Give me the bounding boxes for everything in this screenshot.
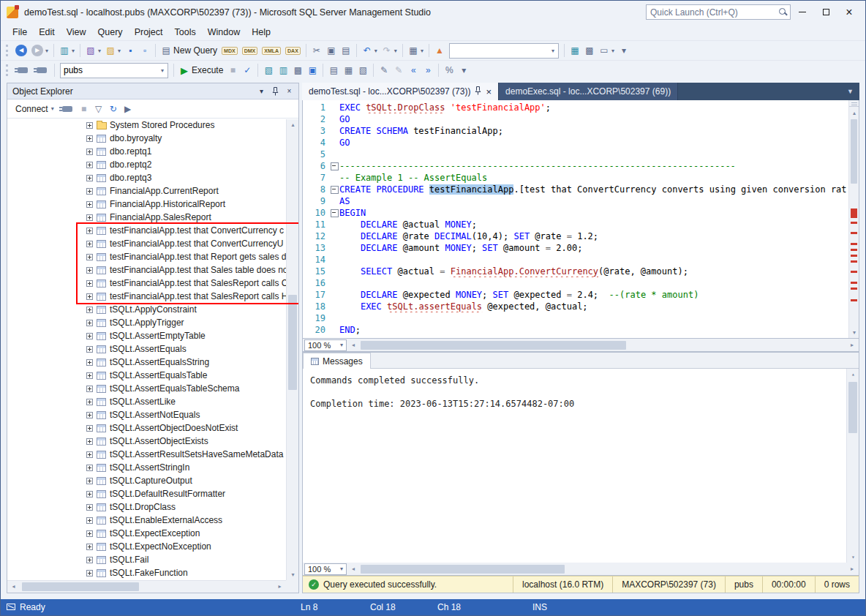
fold-collapse-icon[interactable] — [329, 184, 339, 195]
tree-item[interactable]: tSQLt.Fail — [7, 553, 298, 566]
tree-item[interactable]: tSQLt.FakeFunction — [7, 566, 298, 579]
tree-item[interactable]: tSQLt.CaptureOutput — [7, 474, 298, 487]
increase-indent-icon[interactable]: » — [421, 62, 435, 78]
code-line[interactable]: 1EXEC tSQLt.DropClass 'testFinancialApp'… — [303, 102, 848, 113]
expander-icon[interactable] — [86, 201, 93, 208]
tree-item[interactable]: tSQLt.ExpectNoException — [7, 540, 298, 553]
tab-messages[interactable]: Messages — [303, 353, 371, 369]
activity-monitor-icon[interactable]: ▥▾ — [57, 42, 77, 59]
tree-item[interactable]: System Stored Procedures — [7, 119, 298, 132]
expander-icon[interactable] — [86, 267, 93, 274]
code-line[interactable]: 12 DECLARE @rate DECIMAL(10,4); SET @rat… — [303, 230, 848, 242]
scrollbar-thumb[interactable] — [22, 582, 139, 591]
menu-tools[interactable]: Tools — [169, 25, 202, 40]
uncomment-icon[interactable]: ✎ — [391, 62, 406, 78]
tree-item[interactable]: dbo.byroyalty — [7, 132, 298, 145]
scroll-up-icon[interactable]: ▴ — [287, 119, 299, 130]
code-line[interactable]: 3CREATE SCHEMA testFinancialApp; — [303, 125, 848, 137]
menu-query[interactable]: Query — [92, 25, 129, 40]
expander-icon[interactable] — [86, 293, 93, 300]
change-connection-icon[interactable] — [32, 62, 51, 78]
intellisense-icon[interactable]: ▣ — [305, 62, 320, 78]
scrollbar-thumb[interactable] — [848, 382, 857, 433]
tree-item[interactable]: tSQLt.AssertObjectExists — [7, 435, 298, 448]
tree-item[interactable]: testFinancialApp.test that ConvertCurren… — [7, 224, 298, 237]
decrease-indent-icon[interactable]: « — [406, 62, 421, 78]
expander-icon[interactable] — [86, 557, 93, 563]
expander-icon[interactable] — [86, 188, 93, 195]
tree-item[interactable]: tSQLt.DefaultResultFormatter — [7, 487, 298, 500]
find-combobox-input[interactable] — [450, 45, 548, 56]
expander-icon[interactable] — [86, 412, 93, 418]
script-play-icon[interactable]: ▶ — [121, 101, 135, 117]
live-stats-icon[interactable]: ▥ — [276, 62, 290, 78]
scroll-down-icon[interactable]: ▾ — [287, 569, 299, 580]
tree-item[interactable]: tSQLt.AssertObjectDoesNotExist — [7, 421, 298, 435]
code-line[interactable]: 11 DECLARE @actual MONEY; — [303, 219, 848, 230]
code-line[interactable]: 6---------------------------------------… — [303, 160, 848, 172]
tree-item[interactable]: tSQLt.DropClass — [7, 500, 298, 514]
tree-item[interactable]: testFinancialApp.test that ConvertCurren… — [7, 237, 298, 250]
tree-item[interactable]: dbo.reptq3 — [7, 171, 298, 184]
table-designer-icon[interactable]: ▦ — [568, 42, 582, 59]
expander-icon[interactable] — [86, 517, 93, 524]
tree-item[interactable]: testFinancialApp.test that Report gets s… — [7, 250, 298, 263]
toolbar-grip[interactable] — [6, 64, 10, 76]
refresh-icon[interactable]: ↻ — [106, 101, 121, 117]
scroll-right-icon[interactable]: ▸ — [274, 581, 286, 592]
quick-launch[interactable] — [646, 4, 791, 20]
search-icon[interactable] — [777, 6, 790, 19]
pin-icon[interactable] — [269, 85, 282, 97]
object-explorer-horizontal-scrollbar[interactable]: ◂ ▸ — [7, 580, 286, 593]
close-panel-icon[interactable]: × — [283, 85, 295, 97]
messages-content[interactable]: Commands completed successfully. Complet… — [303, 369, 859, 563]
menu-project[interactable]: Project — [129, 25, 169, 40]
menu-window[interactable]: Window — [202, 25, 246, 40]
code-line[interactable]: 18 EXEC tSQLt.assertEquals @expected, @a… — [303, 301, 848, 312]
tree-item[interactable]: tSQLt.AssertResultSetsHaveSameMetaData — [7, 448, 298, 461]
disconnect-icon[interactable] — [58, 101, 77, 117]
document-tab[interactable]: demoTest.sql - loc...XCORP\502397 (73))× — [302, 83, 499, 100]
code-line[interactable]: 14 — [303, 254, 848, 266]
fold-collapse-icon[interactable] — [329, 207, 339, 219]
expander-icon[interactable] — [86, 241, 93, 247]
editor-vertical-scrollbar[interactable]: ▴ ▾ — [848, 100, 859, 338]
results-to-file-icon[interactable]: ▧ — [355, 62, 370, 78]
expander-icon[interactable] — [86, 135, 93, 142]
scroll-left-icon[interactable]: ◂ — [347, 339, 359, 351]
tree-item[interactable]: testFinancialApp.test that SalesReport c… — [7, 290, 298, 303]
splitter-handle-icon[interactable] — [849, 100, 859, 107]
database-combobox[interactable]: ▾ — [60, 63, 168, 78]
nav-forward-icon[interactable]: ▶▾ — [29, 42, 50, 59]
editor-zoom-combobox[interactable]: 100 % ▾ — [304, 339, 347, 351]
expander-icon[interactable] — [86, 359, 93, 366]
scroll-right-icon[interactable]: ▸ — [846, 563, 858, 575]
new-dax-query-icon[interactable]: DAX — [283, 42, 303, 59]
expander-icon[interactable] — [86, 425, 93, 432]
find-combobox[interactable]: ▾ — [449, 43, 559, 59]
toolbar-overflow-chevron[interactable]: ▾ — [617, 42, 631, 59]
editor-horizontal-scrollbar[interactable]: ◂ ▸ — [347, 339, 858, 351]
comment-icon[interactable]: ✎ — [377, 62, 391, 78]
scroll-up-icon[interactable]: ▴ — [849, 108, 859, 119]
tree-item[interactable]: tSQLt.AssertNotEquals — [7, 408, 298, 421]
save-icon[interactable]: ▪ — [123, 42, 138, 59]
tree-item[interactable]: dbo.reptq1 — [7, 145, 298, 158]
expander-icon[interactable] — [86, 478, 93, 484]
connect-button[interactable]: Connect ▾ — [12, 102, 58, 116]
object-explorer-vertical-scrollbar[interactable]: ▴ ▾ — [286, 119, 298, 580]
minimize-button[interactable] — [791, 4, 814, 21]
scrollbar-thumb[interactable] — [288, 295, 297, 390]
code-line[interactable]: 16 — [303, 277, 848, 289]
expander-icon[interactable] — [86, 465, 93, 471]
menu-help[interactable]: Help — [246, 25, 276, 40]
expander-icon[interactable] — [86, 372, 93, 379]
code-line[interactable]: 10BEGIN — [303, 207, 848, 219]
document-tab[interactable]: demoExec.sql - loc...XCORP\502397 (69)) — [499, 83, 678, 100]
tree-item[interactable]: FinancialApp.HistoricalReport — [7, 198, 298, 211]
monitor-icon[interactable]: ▭▾ — [597, 42, 617, 59]
tree-item[interactable]: tSQLt.AssertEqualsTableSchema — [7, 382, 298, 395]
expander-icon[interactable] — [86, 162, 93, 168]
database-combobox-input[interactable] — [61, 65, 157, 75]
pin-icon[interactable] — [475, 86, 481, 97]
